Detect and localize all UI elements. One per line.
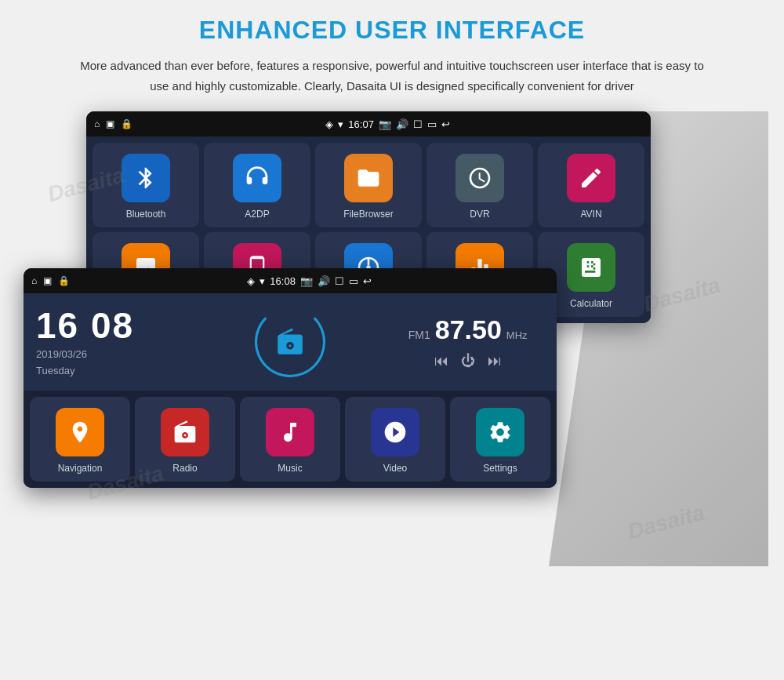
app-a2dp[interactable]: A2DP (204, 143, 310, 227)
radio-info-block: FM1 87.50 MHz ⏮ ⏻ ⏭ (379, 293, 557, 391)
bluetooth-icon-wrap (122, 154, 170, 202)
avin-icon-wrap (567, 154, 615, 202)
radio-svg (172, 420, 198, 445)
music-label: Music (278, 463, 302, 474)
prev-track-button[interactable]: ⏮ (434, 353, 448, 369)
front-status-left: ⌂ ▣ 🔒 (31, 275, 70, 286)
folder-svg (356, 165, 381, 191)
app-settings[interactable]: Settings (450, 397, 550, 482)
dvr-icon-wrap (456, 154, 504, 202)
front-box-icon: ☐ (335, 275, 344, 287)
next-track-button[interactable]: ⏭ (488, 353, 502, 369)
front-window-icon: ▭ (349, 275, 358, 287)
filebrowser-icon-wrap (344, 154, 393, 202)
a2dp-label: A2DP (245, 209, 269, 220)
date-display: 2019/03/26 (36, 348, 87, 360)
app-filebrowser[interactable]: FileBrowser (315, 143, 422, 227)
radio-dial-block (201, 293, 379, 391)
screens-container: ⌂ ▣ 🔒 ◈ ▾ 16:07 📷 🔊 ☐ ▭ ↩ (24, 111, 760, 566)
front-screen: ⌂ ▣ 🔒 ◈ ▾ 16:08 📷 🔊 ☐ ▭ ↩ (24, 268, 557, 488)
front-back-icon: ↩ (363, 275, 372, 287)
calculator-icon-wrap (567, 243, 615, 292)
speedometer-svg (467, 165, 492, 191)
status-bar-left: ⌂ ▣ 🔒 (94, 118, 132, 129)
app-dvr[interactable]: DVR (426, 143, 533, 227)
page-wrapper: Dasaita Dasaita Dasaita Dasaita Enhanced… (0, 0, 784, 680)
back-screen-time: 16:07 (348, 118, 374, 130)
front-wifi-icon: ▾ (260, 275, 265, 287)
home-icon[interactable]: ⌂ (94, 118, 100, 129)
page-description: More advanced than ever before, features… (71, 56, 713, 96)
headphones-svg (245, 165, 270, 191)
calculator-label: Calculator (570, 298, 612, 309)
back-icon: ↩ (441, 118, 450, 130)
settings-svg (488, 420, 513, 445)
front-home-icon[interactable]: ⌂ (31, 275, 37, 286)
power-button[interactable]: ⏻ (461, 353, 475, 369)
volume-icon: 🔊 (396, 118, 408, 130)
radio-icon-wrap (161, 408, 209, 456)
video-label: Video (383, 463, 407, 474)
front-location-icon: ◈ (247, 275, 255, 287)
time-block: 16 08 2019/03/26 Tuesday (24, 293, 201, 391)
radio-label: Radio (172, 463, 197, 474)
app-radio[interactable]: Radio (135, 397, 235, 482)
bluetooth-label: Bluetooth (126, 209, 166, 220)
a2dp-icon-wrap (233, 154, 281, 202)
app-music[interactable]: Music (240, 397, 340, 482)
video-icon-wrap (371, 408, 419, 456)
lock-icon: 🔒 (121, 118, 132, 129)
status-bar-center: ◈ ▾ 16:07 📷 🔊 ☐ ▭ ↩ (325, 118, 450, 130)
edit-svg (579, 165, 604, 191)
front-camera-icon: 📷 (300, 275, 313, 287)
dashboard-top: 16 08 2019/03/26 Tuesday FM1 (24, 293, 557, 391)
front-image-icon: ▣ (43, 275, 52, 286)
radio-unit: MHz (506, 329, 528, 341)
day-display: Tuesday (36, 365, 74, 376)
window-icon: ▭ (427, 118, 437, 130)
app-navigation[interactable]: Navigation (30, 397, 130, 482)
radio-frequency: 87.50 (435, 315, 502, 345)
radio-dial-icon (275, 327, 305, 357)
front-lock-icon: 🔒 (58, 275, 70, 286)
front-status-center: ◈ ▾ 16:08 📷 🔊 ☐ ▭ ↩ (247, 275, 372, 287)
avin-label: AVIN (580, 209, 601, 220)
front-screen-time: 16:08 (270, 275, 296, 287)
settings-icon-wrap (476, 408, 524, 456)
fm-band: FM1 (408, 329, 430, 341)
front-volume-icon: 🔊 (318, 275, 330, 287)
location-icon: ◈ (325, 118, 333, 130)
wifi-icon: ▾ (338, 118, 343, 130)
navigation-label: Navigation (58, 463, 103, 474)
calculator-svg (579, 255, 604, 280)
clock-display: 16 08 (36, 307, 134, 344)
bottom-app-row: Navigation Radio (24, 391, 557, 488)
front-status-bar: ⌂ ▣ 🔒 ◈ ▾ 16:08 📷 🔊 ☐ ▭ ↩ (24, 268, 557, 293)
filebrowser-label: FileBrowser (343, 209, 393, 220)
nav-icon-wrap (56, 408, 104, 456)
camera-icon: 📷 (379, 118, 391, 130)
app-bluetooth[interactable]: Bluetooth (93, 143, 199, 227)
music-svg (278, 420, 303, 445)
image-icon: ▣ (106, 118, 114, 129)
app-avin[interactable]: AVIN (538, 143, 644, 227)
dvr-label: DVR (470, 209, 489, 220)
radio-controls: ⏮ ⏻ ⏭ (434, 353, 502, 369)
settings-label: Settings (483, 463, 517, 474)
page-title: Enhanced User Interface (24, 16, 760, 45)
dial-circle (255, 307, 325, 377)
back-status-bar: ⌂ ▣ 🔒 ◈ ▾ 16:07 📷 🔊 ☐ ▭ ↩ (86, 111, 651, 136)
navigation-svg (67, 420, 93, 445)
box-icon: ☐ (413, 118, 423, 130)
music-icon-wrap (266, 408, 314, 456)
app-video[interactable]: Video (345, 397, 445, 482)
video-svg (383, 420, 408, 445)
bluetooth-svg (133, 165, 158, 191)
